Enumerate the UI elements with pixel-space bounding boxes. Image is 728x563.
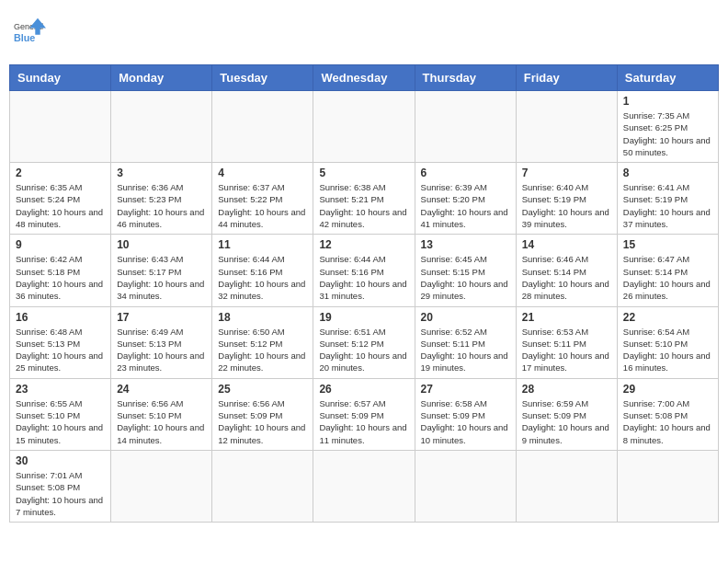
calendar-cell: 4Sunrise: 6:37 AM Sunset: 5:22 PM Daylig… <box>212 163 313 235</box>
calendar-cell: 13Sunrise: 6:45 AM Sunset: 5:15 PM Dayli… <box>415 235 516 306</box>
calendar-week-row: 30Sunrise: 7:01 AM Sunset: 5:08 PM Dayli… <box>10 450 719 522</box>
calendar-cell: 10Sunrise: 6:43 AM Sunset: 5:17 PM Dayli… <box>111 235 212 306</box>
calendar-cell: 28Sunrise: 6:59 AM Sunset: 5:09 PM Dayli… <box>516 378 617 450</box>
day-number: 1 <box>623 95 712 108</box>
weekday-header-thursday: Thursday <box>415 65 516 91</box>
day-info: Sunrise: 6:44 AM Sunset: 5:16 PM Dayligh… <box>319 253 408 302</box>
day-number: 4 <box>218 167 307 179</box>
day-info: Sunrise: 6:47 AM Sunset: 5:14 PM Dayligh… <box>623 253 712 302</box>
day-info: Sunrise: 6:38 AM Sunset: 5:21 PM Dayligh… <box>319 181 408 230</box>
day-info: Sunrise: 6:58 AM Sunset: 5:09 PM Dayligh… <box>421 397 510 446</box>
calendar-cell: 29Sunrise: 7:00 AM Sunset: 5:08 PM Dayli… <box>617 378 718 450</box>
day-number: 28 <box>522 383 611 396</box>
day-number: 26 <box>319 383 408 396</box>
calendar-cell: 20Sunrise: 6:52 AM Sunset: 5:11 PM Dayli… <box>415 306 516 378</box>
day-number: 11 <box>218 238 307 251</box>
day-info: Sunrise: 6:55 AM Sunset: 5:10 PM Dayligh… <box>16 397 105 446</box>
calendar-cell: 6Sunrise: 6:39 AM Sunset: 5:20 PM Daylig… <box>415 163 516 235</box>
calendar-cell <box>313 450 415 522</box>
day-number: 5 <box>319 167 408 179</box>
day-number: 22 <box>623 311 712 324</box>
calendar-cell: 21Sunrise: 6:53 AM Sunset: 5:11 PM Dayli… <box>516 306 617 378</box>
weekday-header-friday: Friday <box>516 65 617 91</box>
weekday-header-tuesday: Tuesday <box>212 65 313 91</box>
weekday-header-sunday: Sunday <box>10 65 111 91</box>
day-number: 16 <box>16 311 105 324</box>
calendar-cell: 16Sunrise: 6:48 AM Sunset: 5:13 PM Dayli… <box>10 306 111 378</box>
weekday-header-monday: Monday <box>111 65 212 91</box>
day-number: 18 <box>218 311 307 324</box>
day-number: 19 <box>319 311 408 324</box>
calendar-week-row: 16Sunrise: 6:48 AM Sunset: 5:13 PM Dayli… <box>10 306 719 378</box>
day-info: Sunrise: 6:40 AM Sunset: 5:19 PM Dayligh… <box>522 181 611 230</box>
weekday-header-saturday: Saturday <box>617 65 718 91</box>
calendar-cell: 17Sunrise: 6:49 AM Sunset: 5:13 PM Dayli… <box>111 306 212 378</box>
calendar-cell: 14Sunrise: 6:46 AM Sunset: 5:14 PM Dayli… <box>516 235 617 306</box>
day-info: Sunrise: 6:41 AM Sunset: 5:19 PM Dayligh… <box>623 181 712 230</box>
day-number: 2 <box>16 167 105 179</box>
day-info: Sunrise: 6:46 AM Sunset: 5:14 PM Dayligh… <box>522 253 611 302</box>
day-number: 13 <box>421 238 510 251</box>
calendar-cell: 3Sunrise: 6:36 AM Sunset: 5:23 PM Daylig… <box>111 163 212 235</box>
calendar-cell: 23Sunrise: 6:55 AM Sunset: 5:10 PM Dayli… <box>10 378 111 450</box>
calendar-cell: 15Sunrise: 6:47 AM Sunset: 5:14 PM Dayli… <box>617 235 718 306</box>
day-number: 8 <box>623 167 712 179</box>
weekday-header-row: SundayMondayTuesdayWednesdayThursdayFrid… <box>10 65 719 91</box>
day-number: 12 <box>319 238 408 251</box>
calendar-cell: 9Sunrise: 6:42 AM Sunset: 5:18 PM Daylig… <box>10 235 111 306</box>
calendar-week-row: 23Sunrise: 6:55 AM Sunset: 5:10 PM Dayli… <box>10 378 719 450</box>
calendar-cell <box>617 450 718 522</box>
day-number: 14 <box>522 238 611 251</box>
calendar-cell: 26Sunrise: 6:57 AM Sunset: 5:09 PM Dayli… <box>313 378 415 450</box>
day-info: Sunrise: 6:56 AM Sunset: 5:10 PM Dayligh… <box>117 397 206 446</box>
calendar-cell <box>415 450 516 522</box>
day-number: 7 <box>522 167 611 179</box>
day-info: Sunrise: 6:35 AM Sunset: 5:24 PM Dayligh… <box>16 181 105 230</box>
day-number: 25 <box>218 383 307 396</box>
calendar-cell <box>516 91 617 163</box>
day-number: 27 <box>421 383 510 396</box>
day-number: 9 <box>16 238 105 251</box>
calendar-cell <box>313 91 415 163</box>
calendar-cell: 27Sunrise: 6:58 AM Sunset: 5:09 PM Dayli… <box>415 378 516 450</box>
day-info: Sunrise: 6:48 AM Sunset: 5:13 PM Dayligh… <box>16 326 105 374</box>
day-info: Sunrise: 6:44 AM Sunset: 5:16 PM Dayligh… <box>218 253 307 302</box>
calendar-week-row: 9Sunrise: 6:42 AM Sunset: 5:18 PM Daylig… <box>10 235 719 306</box>
day-number: 3 <box>117 167 206 179</box>
day-info: Sunrise: 6:42 AM Sunset: 5:18 PM Dayligh… <box>16 253 105 302</box>
day-info: Sunrise: 6:56 AM Sunset: 5:09 PM Dayligh… <box>218 397 307 446</box>
day-number: 17 <box>117 311 206 324</box>
day-info: Sunrise: 6:59 AM Sunset: 5:09 PM Dayligh… <box>522 397 611 446</box>
calendar-cell <box>415 91 516 163</box>
day-number: 15 <box>623 238 712 251</box>
day-info: Sunrise: 6:45 AM Sunset: 5:15 PM Dayligh… <box>421 253 510 302</box>
calendar-table: SundayMondayTuesdayWednesdayThursdayFrid… <box>9 64 719 523</box>
day-number: 21 <box>522 311 611 324</box>
logo: GeneralBlue <box>13 17 46 50</box>
calendar-cell <box>111 91 212 163</box>
day-number: 20 <box>421 311 510 324</box>
day-info: Sunrise: 7:00 AM Sunset: 5:08 PM Dayligh… <box>623 397 712 446</box>
day-info: Sunrise: 6:51 AM Sunset: 5:12 PM Dayligh… <box>319 326 408 374</box>
day-info: Sunrise: 6:50 AM Sunset: 5:12 PM Dayligh… <box>218 326 307 374</box>
day-info: Sunrise: 6:37 AM Sunset: 5:22 PM Dayligh… <box>218 181 307 230</box>
calendar-cell <box>212 91 313 163</box>
day-info: Sunrise: 7:01 AM Sunset: 5:08 PM Dayligh… <box>16 469 105 518</box>
calendar-cell: 2Sunrise: 6:35 AM Sunset: 5:24 PM Daylig… <box>10 163 111 235</box>
day-info: Sunrise: 6:54 AM Sunset: 5:10 PM Dayligh… <box>623 326 712 374</box>
calendar-cell <box>10 91 111 163</box>
calendar-cell: 25Sunrise: 6:56 AM Sunset: 5:09 PM Dayli… <box>212 378 313 450</box>
day-number: 30 <box>16 454 105 467</box>
calendar-week-row: 2Sunrise: 6:35 AM Sunset: 5:24 PM Daylig… <box>10 163 719 235</box>
day-info: Sunrise: 6:57 AM Sunset: 5:09 PM Dayligh… <box>319 397 408 446</box>
calendar-cell: 12Sunrise: 6:44 AM Sunset: 5:16 PM Dayli… <box>313 235 415 306</box>
day-info: Sunrise: 6:39 AM Sunset: 5:20 PM Dayligh… <box>421 181 510 230</box>
calendar-cell: 1Sunrise: 7:35 AM Sunset: 6:25 PM Daylig… <box>617 91 718 163</box>
calendar-cell: 8Sunrise: 6:41 AM Sunset: 5:19 PM Daylig… <box>617 163 718 235</box>
day-info: Sunrise: 6:49 AM Sunset: 5:13 PM Dayligh… <box>117 326 206 374</box>
calendar-week-row: 1Sunrise: 7:35 AM Sunset: 6:25 PM Daylig… <box>10 91 719 163</box>
calendar-cell: 7Sunrise: 6:40 AM Sunset: 5:19 PM Daylig… <box>516 163 617 235</box>
calendar-cell: 19Sunrise: 6:51 AM Sunset: 5:12 PM Dayli… <box>313 306 415 378</box>
day-number: 10 <box>117 238 206 251</box>
day-number: 23 <box>16 383 105 396</box>
